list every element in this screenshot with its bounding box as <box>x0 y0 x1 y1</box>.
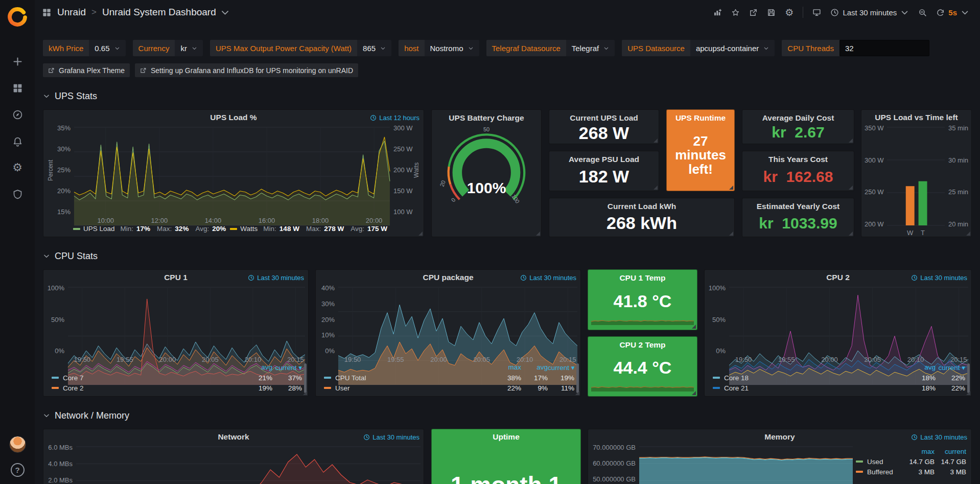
panel-this-years-cost: This Years Cost kr 162.68 <box>742 151 854 191</box>
toolbar-actions: ⚙ Last 30 minutes 5s <box>710 4 973 20</box>
panel-time-override[interactable]: Last 30 minutes <box>520 274 576 282</box>
panel-time-override[interactable]: Last 30 minutes <box>911 274 967 282</box>
link-ups-monitoring-guide[interactable]: Setting up Grafana and InfluxDB for UPS … <box>135 63 358 77</box>
panel-time-override[interactable]: Last 30 minutes <box>248 274 304 282</box>
zoom-out-button[interactable] <box>915 4 930 20</box>
star-icon <box>731 8 740 17</box>
panel-cpu-2: CPU 2 Last 30 minutes 100%50%0%19:5019:5… <box>704 269 972 397</box>
section-network-memory: Network Last 30 minutes 6.0 MBs4.0 MBs2.… <box>43 429 972 484</box>
add-panel-button[interactable] <box>710 4 726 20</box>
clock-icon <box>520 274 527 281</box>
variable-currency-value[interactable]: kr <box>175 40 203 56</box>
cpu-package-legend[interactable]: maxavgcurrent ▾CPU Total38%17%19%User22%… <box>316 363 580 396</box>
cpu1-chart[interactable]: 100%50%0%19:5019:5520:0020:0520:1020:15 <box>43 285 308 363</box>
explore-compass-icon[interactable] <box>11 108 24 121</box>
network-chart[interactable]: 6.0 MBs4.0 MBs2.0 MBs0 MBs <box>43 445 424 484</box>
configuration-gear-icon[interactable]: ⚙ <box>11 162 24 174</box>
variable-kwh-price-value[interactable]: 0.65 <box>89 40 125 56</box>
chevron-down-icon <box>603 45 609 51</box>
chevron-down-icon <box>900 8 909 17</box>
star-dashboard-button[interactable] <box>728 4 743 20</box>
stat-value: 27 minutes left! <box>671 134 730 176</box>
breadcrumb-dashboard-title[interactable]: Unraid System Dashboard <box>102 7 230 18</box>
memory-legend[interactable]: maxcurrentUsed14.7 GB14.7 GBBuffered3 MB… <box>856 445 971 484</box>
variable-host-value[interactable]: Nostromo <box>425 40 479 56</box>
panel-time-override[interactable]: Last 12 hours <box>370 114 419 122</box>
chevron-down-icon <box>192 45 197 51</box>
refresh-button[interactable]: 5s <box>932 4 973 20</box>
panel-uptime: Uptime 1 month 1 <box>431 429 581 484</box>
cpu-threads-input[interactable] <box>839 40 929 56</box>
share-dashboard-button[interactable] <box>745 4 761 20</box>
main-area: Unraid > Unraid System Dashboard ⚙ Last … <box>35 0 980 484</box>
external-link-icon <box>48 67 55 74</box>
stat-value: kr 2.67 <box>772 124 824 141</box>
panel-network: Network Last 30 minutes 6.0 MBs4.0 MBs2.… <box>43 429 424 484</box>
cpu1-legend[interactable]: avgcurrent ▾Core 721%37%Core 219%28% <box>43 363 308 396</box>
time-range-picker[interactable]: Last 30 minutes <box>827 4 913 20</box>
help-icon[interactable]: ? <box>11 463 25 477</box>
dashboard-submenu: kWh Price 0.65 Currency kr UPS Max Outpu… <box>35 25 980 77</box>
panel-memory: Memory Last 30 minutes 70.000000 GB60.00… <box>588 429 972 484</box>
ups-load-chart[interactable]: Percent35%30%25%20%15%300 W250 W200 W150… <box>43 125 424 224</box>
row-toggle-network-memory[interactable]: Network / Memory <box>43 409 972 422</box>
uptime-value: 1 month 1 <box>432 471 580 484</box>
section-ups-stats: UPS Load % Last 12 hours Percent35%30%25… <box>43 109 972 237</box>
row-toggle-ups-stats[interactable]: UPS Stats <box>43 90 972 102</box>
create-plus-icon[interactable] <box>11 55 24 67</box>
chevron-down-icon <box>220 8 230 17</box>
chevron-down-icon <box>961 8 969 17</box>
panel-time-override[interactable]: Last 30 minutes <box>911 433 967 441</box>
cpu2-chart[interactable]: 100%50%0%19:5019:5520:0020:0520:1020:15 <box>705 285 971 363</box>
clock-icon <box>911 274 918 281</box>
panel-time-override[interactable]: Last 30 minutes <box>363 433 419 441</box>
save-icon <box>767 8 776 17</box>
battery-gauge: 0 20 50 100 100% <box>435 127 538 210</box>
save-dashboard-button[interactable] <box>763 4 779 20</box>
cycle-view-mode-button[interactable] <box>809 4 825 20</box>
variable-ups-max-power-value[interactable]: 865 <box>357 40 391 56</box>
panel-title[interactable]: UPS Load % <box>210 113 256 122</box>
stat-value: 41.8 °C <box>614 292 672 311</box>
user-avatar[interactable] <box>9 436 26 453</box>
ups-load-vs-time-chart[interactable]: 350 W300 W250 W200 W35 min30 min25 min20… <box>861 125 971 237</box>
panel-average-daily-cost: Average Daily Cost kr 2.67 <box>742 109 854 144</box>
variable-telegraf-datasource-value[interactable]: Telegraf <box>566 40 615 56</box>
grafana-logo-icon[interactable] <box>7 6 28 27</box>
variable-kwh-price: kWh Price 0.65 <box>43 40 126 56</box>
sidebar: ⚙ ? <box>0 0 35 484</box>
server-admin-shield-icon[interactable] <box>11 188 24 200</box>
link-grafana-plex-theme[interactable]: Grafana Plex Theme <box>43 63 130 77</box>
chevron-down-icon <box>43 93 50 100</box>
variable-ups-datasource-value[interactable]: apcupsd-container <box>690 40 775 56</box>
panel-cpu2-temp: CPU 2 Temp 44.4 °C <box>588 336 697 397</box>
row-toggle-cpu-stats[interactable]: CPU Stats <box>43 250 972 262</box>
cpu2-legend[interactable]: avgcurrent ▾Core 1818%22%Core 2118%22% <box>705 363 971 396</box>
dashboard-grid-icon[interactable] <box>42 8 52 17</box>
battery-value: 100% <box>435 179 538 197</box>
chevron-down-icon <box>43 412 50 419</box>
cpu1-temp-sparkline <box>591 315 694 327</box>
variable-telegraf-datasource: Telegraf Datasource Telegraf <box>486 40 615 56</box>
chevron-down-icon <box>114 45 120 51</box>
external-link-icon <box>140 67 147 74</box>
refresh-interval-label[interactable]: 5s <box>948 8 957 17</box>
add-panel-icon <box>713 8 722 17</box>
template-variables: kWh Price 0.65 Currency kr UPS Max Outpu… <box>43 40 972 56</box>
panel-cpu-package: CPU package Last 30 minutes 40%30%20%10%… <box>315 269 581 397</box>
stat-value: kr 1033.99 <box>759 215 837 232</box>
clock-icon <box>248 274 254 281</box>
alerting-bell-icon[interactable] <box>11 135 24 147</box>
chevron-down-icon <box>380 45 386 51</box>
cpu-package-chart[interactable]: 40%30%20%10%0%19:5019:5520:0020:0520:102… <box>316 285 580 363</box>
stat-value: 268 kWh <box>606 214 677 233</box>
panel-ups-runtime: UPS Runtime 27 minutes left! <box>666 109 735 191</box>
breadcrumb: Unraid > Unraid System Dashboard <box>42 7 230 18</box>
sidebar-bottom: ? <box>9 436 26 477</box>
dashboard-settings-button[interactable]: ⚙ <box>781 4 797 20</box>
memory-chart[interactable]: 70.000000 GB60.000000 GB50.000000 GB <box>588 445 856 484</box>
breadcrumb-folder[interactable]: Unraid <box>57 7 86 18</box>
variable-ups-max-power: UPS Max Output Power Capacity (Watt) 865 <box>210 40 391 56</box>
dashboards-icon[interactable] <box>11 82 24 94</box>
panel-ups-load-vs-time-left: UPS Load vs Time left 350 W300 W250 W200… <box>861 109 972 237</box>
